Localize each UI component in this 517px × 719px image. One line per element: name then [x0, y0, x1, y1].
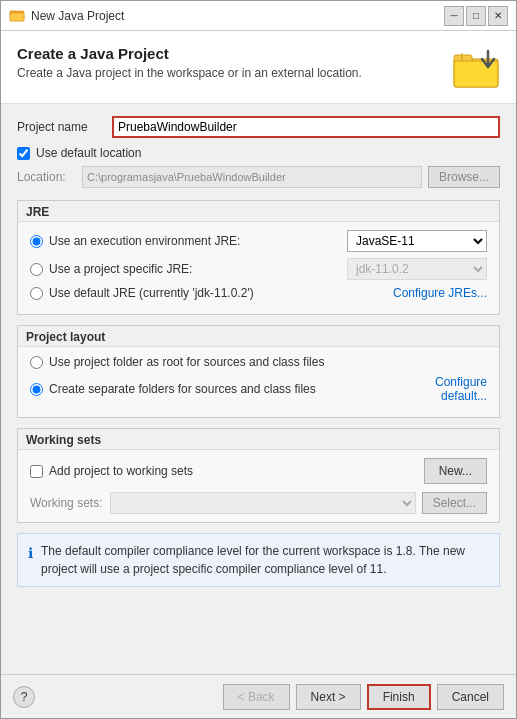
layout-single-radio[interactable] — [30, 356, 43, 369]
project-name-label: Project name — [17, 120, 112, 134]
project-name-row: Project name — [17, 116, 500, 138]
minimize-button[interactable]: ─ — [444, 6, 464, 26]
content-area: Project name Use default location Locati… — [1, 104, 516, 674]
add-working-sets-check-row: Add project to working sets — [30, 464, 424, 478]
working-sets-picker-label: Working sets: — [30, 496, 110, 510]
layout-option1-row: Use project folder as root for sources a… — [30, 355, 487, 369]
close-button[interactable]: ✕ — [488, 6, 508, 26]
working-sets-select[interactable] — [110, 492, 416, 514]
add-working-sets-checkbox[interactable] — [30, 465, 43, 478]
browse-button[interactable]: Browse... — [428, 166, 500, 188]
maximize-button[interactable]: □ — [466, 6, 486, 26]
back-button[interactable]: < Back — [223, 684, 290, 710]
layout-single-label: Use project folder as root for sources a… — [49, 355, 324, 369]
title-bar: New Java Project ─ □ ✕ — [1, 1, 516, 31]
header-text: Create a Java Project Create a Java proj… — [17, 45, 362, 80]
jre-option2-row: Use a project specific JRE: jdk-11.0.2 — [30, 258, 487, 280]
jre-specific-radio[interactable] — [30, 263, 43, 276]
window-icon — [9, 8, 25, 24]
project-layout-title: Project layout — [18, 326, 499, 347]
jre-specific-label: Use a project specific JRE: — [49, 262, 192, 276]
configure-default-link[interactable]: Configure default... — [401, 375, 487, 403]
working-sets-content: Add project to working sets New... Worki… — [18, 450, 499, 522]
page-subtitle: Create a Java project in the workspace o… — [17, 66, 362, 80]
project-layout-content: Use project folder as root for sources a… — [18, 347, 499, 417]
finish-button[interactable]: Finish — [367, 684, 431, 710]
window-controls: ─ □ ✕ — [444, 6, 508, 26]
jre-env-radio[interactable] — [30, 235, 43, 248]
project-name-input[interactable] — [112, 116, 500, 138]
window-title: New Java Project — [31, 9, 444, 23]
window: New Java Project ─ □ ✕ Create a Java Pro… — [0, 0, 517, 719]
jre-default-label: Use default JRE (currently 'jdk-11.0.2') — [49, 286, 254, 300]
use-default-location-row: Use default location — [17, 146, 500, 160]
location-label: Location: — [17, 170, 82, 184]
add-working-sets-label: Add project to working sets — [49, 464, 193, 478]
jre-option3-row: Use default JRE (currently 'jdk-11.0.2')… — [30, 286, 487, 300]
layout-option2-row: Create separate folders for sources and … — [30, 375, 487, 403]
footer: ? < Back Next > Finish Cancel — [1, 674, 516, 718]
cancel-button[interactable]: Cancel — [437, 684, 504, 710]
select-working-set-button[interactable]: Select... — [422, 492, 487, 514]
layout-separate-radio[interactable] — [30, 383, 43, 396]
add-to-working-sets-row: Add project to working sets New... — [30, 458, 487, 484]
info-box: ℹ The default compiler compliance level … — [17, 533, 500, 587]
location-input[interactable] — [82, 166, 422, 188]
page-title: Create a Java Project — [17, 45, 362, 62]
info-icon: ℹ — [28, 543, 33, 564]
footer-left: ? — [13, 686, 35, 708]
project-layout-section: Project layout Use project folder as roo… — [17, 325, 500, 418]
working-sets-section: Working sets Add project to working sets… — [17, 428, 500, 523]
info-text: The default compiler compliance level fo… — [41, 542, 489, 578]
layout-separate-label: Create separate folders for sources and … — [49, 382, 316, 396]
location-row: Location: Browse... — [17, 166, 500, 188]
jre-default-radio[interactable] — [30, 287, 43, 300]
working-sets-picker-row: Working sets: Select... — [30, 492, 487, 514]
new-working-set-button[interactable]: New... — [424, 458, 487, 484]
use-default-location-label: Use default location — [36, 146, 141, 160]
folder-icon — [452, 45, 500, 93]
jre-section: JRE Use an execution environment JRE: Ja… — [17, 200, 500, 315]
jre-specific-select[interactable]: jdk-11.0.2 — [347, 258, 487, 280]
working-sets-title: Working sets — [18, 429, 499, 450]
jre-section-title: JRE — [18, 201, 499, 222]
configure-jres-link[interactable]: Configure JREs... — [370, 286, 487, 300]
jre-option1-row: Use an execution environment JRE: JavaSE… — [30, 230, 487, 252]
next-button[interactable]: Next > — [296, 684, 361, 710]
svg-rect-2 — [10, 13, 24, 21]
header-area: Create a Java Project Create a Java proj… — [1, 31, 516, 104]
help-button[interactable]: ? — [13, 686, 35, 708]
jre-section-content: Use an execution environment JRE: JavaSE… — [18, 222, 499, 314]
jre-env-select[interactable]: JavaSE-11 — [347, 230, 487, 252]
use-default-location-checkbox[interactable] — [17, 147, 30, 160]
svg-rect-5 — [454, 61, 498, 87]
jre-env-label: Use an execution environment JRE: — [49, 234, 240, 248]
